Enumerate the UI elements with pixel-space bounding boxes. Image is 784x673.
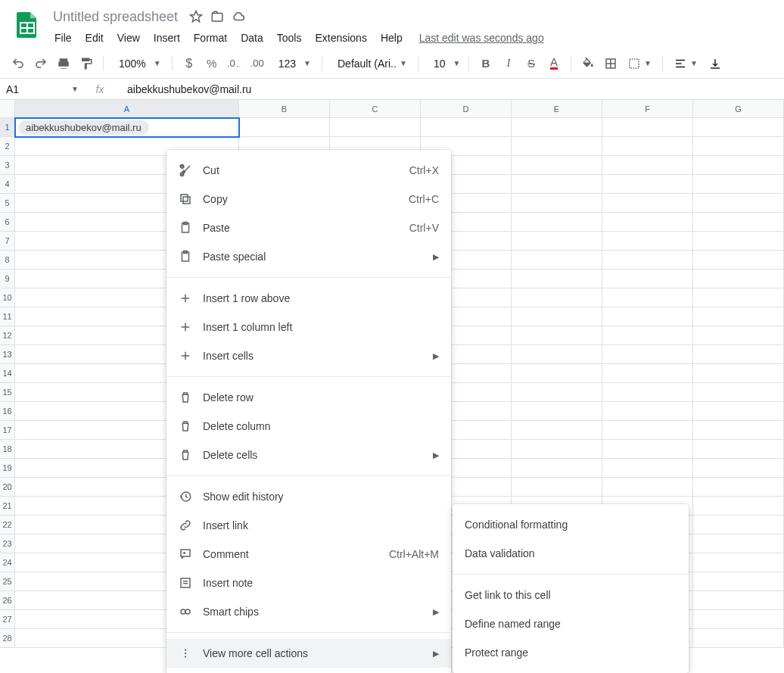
menu-help[interactable]: Help [375, 29, 409, 47]
cell[interactable] [602, 383, 693, 402]
menu-item-copy[interactable]: CopyCtrl+C [166, 185, 451, 213]
menu-item-delete-column[interactable]: Delete column [166, 412, 451, 441]
menu-item-delete-row[interactable]: Delete row [166, 383, 451, 412]
formula-input[interactable]: aibekkushubekov@mail.ru [115, 83, 263, 95]
cell[interactable] [602, 118, 693, 137]
cell[interactable] [512, 213, 602, 232]
col-header-c[interactable]: C [330, 100, 421, 118]
row-header[interactable]: 3 [0, 156, 15, 175]
row-header[interactable]: 24 [0, 553, 15, 572]
cell[interactable] [602, 251, 693, 270]
row-header[interactable]: 22 [0, 516, 15, 534]
row-header[interactable]: 9 [0, 270, 15, 288]
cell[interactable] [693, 591, 784, 610]
cell[interactable] [512, 251, 602, 270]
menu-tools[interactable]: Tools [271, 29, 308, 47]
cell[interactable] [239, 118, 330, 137]
row-header[interactable]: 8 [0, 251, 15, 270]
cell[interactable] [602, 440, 693, 459]
col-header-a[interactable]: A [15, 100, 239, 118]
menu-item-view-more-cell-actions[interactable]: View more cell actions▶ [166, 639, 451, 668]
submenu-item-data-validation[interactable]: Data validation [453, 539, 689, 568]
cell[interactable] [602, 402, 693, 421]
cell[interactable] [693, 213, 784, 232]
increase-decimal-button[interactable]: .00 [247, 53, 268, 74]
cell[interactable] [512, 194, 602, 213]
valign-dropdown[interactable] [704, 57, 726, 70]
paint-format-button[interactable] [76, 53, 97, 74]
row-header[interactable]: 5 [0, 194, 15, 213]
cell[interactable] [512, 137, 602, 156]
cell[interactable] [512, 440, 602, 459]
cell[interactable] [602, 156, 693, 175]
menu-item-show-edit-history[interactable]: Show edit history [166, 482, 451, 511]
cell[interactable] [693, 534, 784, 553]
cell[interactable] [693, 288, 784, 307]
decrease-decimal-button[interactable]: .0← [224, 53, 245, 74]
menu-item-paste[interactable]: PasteCtrl+V [166, 213, 451, 242]
submenu-item-define-named-range[interactable]: Define named range [453, 609, 689, 638]
row-header[interactable]: 11 [0, 307, 15, 326]
cell[interactable] [693, 194, 784, 213]
submenu-item-get-link-to-this-cell[interactable]: Get link to this cell [453, 581, 689, 609]
menu-item-insert-1-column-left[interactable]: Insert 1 column left [166, 313, 451, 341]
row-header[interactable]: 23 [0, 534, 15, 553]
row-header[interactable]: 21 [0, 497, 15, 516]
menu-extensions[interactable]: Extensions [309, 29, 372, 47]
cell[interactable] [512, 326, 602, 345]
print-button[interactable] [53, 53, 74, 74]
submenu-item-protect-range[interactable]: Protect range [453, 638, 689, 667]
row-header[interactable]: 1 [0, 118, 15, 137]
col-header-d[interactable]: D [421, 100, 512, 118]
cell[interactable] [693, 345, 784, 364]
cell[interactable] [693, 307, 784, 326]
cell[interactable] [693, 175, 784, 194]
row-header[interactable]: 13 [0, 345, 15, 364]
cell[interactable] [693, 629, 784, 648]
currency-button[interactable]: $ [179, 53, 200, 74]
cloud-icon[interactable] [231, 9, 246, 24]
cell[interactable] [693, 459, 784, 478]
menu-edit[interactable]: Edit [79, 29, 110, 47]
cell[interactable] [512, 307, 602, 326]
align-dropdown[interactable]: ▼ [669, 57, 702, 70]
cell[interactable] [693, 610, 784, 629]
menu-item-comment[interactable]: CommentCtrl+Alt+M [166, 540, 451, 569]
name-box[interactable]: A1 [0, 83, 42, 95]
menu-item-smart-chips[interactable]: Smart chips▶ [166, 597, 451, 626]
menu-item-insert-link[interactable]: Insert link [166, 511, 451, 540]
cell[interactable] [693, 383, 784, 402]
menu-file[interactable]: File [48, 29, 78, 47]
text-color-button[interactable]: A [543, 53, 565, 74]
row-header[interactable]: 18 [0, 440, 15, 459]
cell[interactable] [693, 402, 784, 421]
col-header-e[interactable]: E [512, 100, 602, 118]
cell[interactable] [693, 440, 784, 459]
sheets-logo[interactable] [12, 9, 42, 39]
cell[interactable] [512, 383, 602, 402]
cell[interactable] [330, 118, 421, 137]
row-header[interactable]: 19 [0, 459, 15, 478]
menu-insert[interactable]: Insert [148, 29, 186, 47]
row-header[interactable]: 14 [0, 364, 15, 383]
fill-color-button[interactable] [577, 53, 599, 74]
cell[interactable] [602, 175, 693, 194]
borders-button[interactable] [600, 53, 621, 74]
cell[interactable] [602, 421, 693, 440]
menu-format[interactable]: Format [188, 29, 233, 47]
cell[interactable] [512, 175, 602, 194]
cell[interactable] [602, 213, 693, 232]
cell[interactable] [512, 364, 602, 383]
menu-item-insert-note[interactable]: Insert note [166, 569, 451, 597]
cell[interactable] [602, 364, 693, 383]
cell[interactable] [512, 232, 602, 251]
menu-item-insert-cells[interactable]: Insert cells▶ [166, 341, 451, 370]
cell[interactable] [512, 118, 602, 137]
cell[interactable] [512, 270, 602, 288]
cell[interactable] [693, 137, 784, 156]
cell[interactable] [602, 137, 693, 156]
menu-item-paste-special[interactable]: Paste special▶ [166, 242, 451, 271]
font-size-dropdown[interactable]: 10▼ [425, 58, 462, 70]
name-box-arrow[interactable]: ▼ [42, 85, 85, 93]
percent-button[interactable]: % [201, 53, 222, 74]
